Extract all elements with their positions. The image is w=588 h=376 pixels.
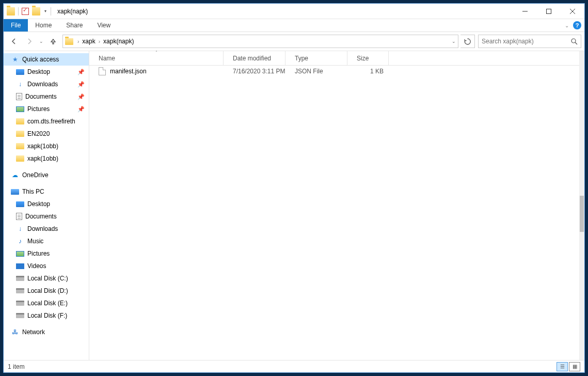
breadcrumb-sep-icon[interactable]: › <box>75 39 81 44</box>
ribbon-expand-icon[interactable]: ⌄ <box>565 23 569 28</box>
file-size: 1 KB <box>347 68 389 75</box>
titlebar: ▾ xapk(napk) <box>4 4 584 19</box>
column-header-size[interactable]: Size <box>347 51 389 65</box>
sidebar-label: Local Disk (C:) <box>27 275 68 282</box>
back-button[interactable] <box>7 34 21 49</box>
sidebar-item[interactable]: Desktop <box>4 198 89 210</box>
file-list-pane: Name ˄ Date modified Type Size manifest.… <box>89 51 584 360</box>
download-icon: ↓ <box>16 80 24 88</box>
sidebar-label: Downloads <box>27 81 58 88</box>
sidebar-item[interactable]: ↓Downloads <box>4 223 89 235</box>
ribbon-tab-file[interactable]: File <box>4 19 28 32</box>
qat-separator <box>51 7 51 15</box>
column-label: Size <box>357 55 369 62</box>
svg-rect-1 <box>547 9 551 13</box>
sidebar-label: This PC <box>22 188 44 195</box>
qat-properties-icon[interactable] <box>22 8 29 15</box>
sidebar-item[interactable]: Desktop📌 <box>4 66 89 78</box>
sidebar-label: xapk(1obb) <box>27 155 58 162</box>
pin-icon: 📌 <box>77 106 85 113</box>
sidebar-item[interactable]: EN2020 <box>4 128 89 140</box>
pin-icon: 📌 <box>77 93 85 100</box>
download-icon: ↓ <box>16 225 24 233</box>
file-row[interactable]: manifest.json7/16/2020 3:11 PMJSON File1… <box>89 66 584 77</box>
refresh-button[interactable] <box>460 35 475 48</box>
sidebar-item[interactable]: Local Disk (F:) <box>4 309 89 322</box>
status-text: 1 item <box>8 363 25 370</box>
folder-icon <box>16 155 24 162</box>
pictures-icon <box>16 251 24 257</box>
sidebar-item[interactable]: ↓Downloads📌 <box>4 78 89 90</box>
sidebar-item[interactable]: com.dts.freefireth <box>4 115 89 128</box>
desktop-icon <box>16 201 24 207</box>
sidebar-item[interactable]: Local Disk (E:) <box>4 297 89 309</box>
address-folder-icon <box>65 38 73 45</box>
search-box[interactable] <box>478 35 581 48</box>
breadcrumb-sep-icon[interactable]: › <box>97 39 102 44</box>
sidebar-label: EN2020 <box>27 130 50 137</box>
column-header-type[interactable]: Type <box>285 51 347 65</box>
ribbon-tab-view[interactable]: View <box>90 19 118 32</box>
recent-locations-icon[interactable]: ⌄ <box>38 39 45 44</box>
disk-icon <box>16 288 24 293</box>
forward-button[interactable] <box>22 34 37 49</box>
status-bar: 1 item ☰ ▦ <box>4 360 584 372</box>
sidebar-item-this-pc[interactable]: This PC <box>4 185 89 198</box>
ribbon-tab-share[interactable]: Share <box>59 19 90 32</box>
sidebar-label: Videos <box>27 262 46 270</box>
help-icon[interactable]: ? <box>573 21 581 29</box>
search-icon[interactable] <box>571 38 578 45</box>
sidebar-label: Downloads <box>27 225 58 232</box>
ribbon-tab-home[interactable]: Home <box>28 19 59 32</box>
sidebar-item[interactable]: ♪Music <box>4 235 89 247</box>
svg-line-5 <box>575 42 577 44</box>
sidebar-item[interactable]: Pictures📌 <box>4 103 89 115</box>
svg-point-4 <box>571 39 576 43</box>
column-header-date[interactable]: Date modified <box>224 51 285 65</box>
sidebar-item-quick-access[interactable]: ★ Quick access <box>4 53 89 66</box>
sidebar-label: Documents <box>25 93 57 100</box>
breadcrumb[interactable]: xapk <box>81 38 96 45</box>
sidebar-item[interactable]: Local Disk (C:) <box>4 272 89 285</box>
breadcrumb[interactable]: xapk(napk) <box>102 38 135 45</box>
folder-icon <box>16 131 24 137</box>
disk-icon <box>16 301 24 306</box>
folder-icon <box>16 118 24 124</box>
column-label: Type <box>295 55 308 62</box>
sidebar-item[interactable]: Documents <box>4 210 89 223</box>
folder-icon <box>16 143 24 149</box>
sidebar-item-onedrive[interactable]: ☁ OneDrive <box>4 169 89 181</box>
window-title: xapk(napk) <box>57 8 88 15</box>
column-header-name[interactable]: Name ˄ <box>89 51 224 65</box>
vertical-scrollbar[interactable] <box>579 51 584 360</box>
search-input[interactable] <box>482 38 571 45</box>
minimize-button[interactable] <box>513 4 537 19</box>
sidebar-label: Local Disk (D:) <box>27 287 68 294</box>
up-button[interactable] <box>46 34 60 49</box>
disk-icon <box>16 313 24 318</box>
qat-newfolder-icon[interactable] <box>32 7 40 15</box>
close-button[interactable] <box>561 4 584 19</box>
qat-customize-icon[interactable]: ▾ <box>43 7 47 15</box>
file-type: JSON File <box>285 68 347 75</box>
view-large-icons-button[interactable]: ▦ <box>569 362 580 371</box>
scrollbar-thumb[interactable] <box>580 196 584 232</box>
sidebar-item[interactable]: Local Disk (D:) <box>4 285 89 297</box>
address-history-icon[interactable]: ⌄ <box>452 39 456 44</box>
sidebar-label: Music <box>27 238 43 245</box>
sidebar-item[interactable]: Videos <box>4 260 89 272</box>
maximize-button[interactable] <box>537 4 561 19</box>
sidebar-item-network[interactable]: 🖧 Network <box>4 326 89 338</box>
address-bar[interactable]: › xapk › xapk(napk) ⌄ <box>62 35 458 48</box>
music-icon: ♪ <box>16 237 24 245</box>
sidebar-label: Network <box>22 328 45 336</box>
window-icon <box>7 7 15 15</box>
sidebar-item[interactable]: Pictures <box>4 247 89 260</box>
sidebar-item[interactable]: Documents📌 <box>4 90 89 103</box>
sidebar-item[interactable]: xapk(1obb) <box>4 140 89 152</box>
video-icon <box>16 263 24 269</box>
view-details-button[interactable]: ☰ <box>557 362 568 371</box>
network-icon: 🖧 <box>11 328 19 336</box>
file-name: manifest.json <box>110 68 147 75</box>
sidebar-item[interactable]: xapk(1obb) <box>4 152 89 165</box>
